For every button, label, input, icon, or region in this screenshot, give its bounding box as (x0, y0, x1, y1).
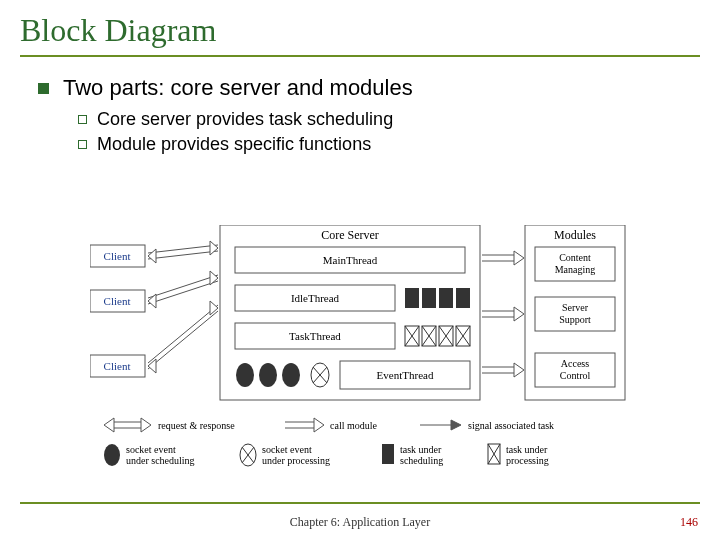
legend-task-proc: task underprocessing (488, 444, 549, 466)
svg-marker-39 (514, 251, 524, 265)
svg-marker-6 (210, 241, 218, 255)
svg-point-31 (236, 363, 254, 387)
legend-callmodule: call module (285, 418, 377, 432)
svg-rect-18 (456, 288, 470, 308)
legend-socket-sched: socket eventunder scheduling (104, 444, 195, 466)
module-label: ServerSupport (559, 302, 591, 325)
client-label: Client (104, 360, 131, 372)
callmodule-arrow-icon (482, 363, 524, 377)
svg-line-11 (148, 305, 218, 363)
idlethread-label: IdleThread (291, 292, 340, 304)
svg-marker-48 (104, 418, 114, 432)
block-diagram: Client Client Client Core Server (90, 225, 630, 485)
bullet-text: Two parts: core server and modules (63, 75, 413, 101)
client-box: Client (90, 245, 145, 267)
client-label: Client (104, 295, 131, 307)
svg-marker-10 (210, 271, 218, 285)
svg-line-12 (148, 311, 218, 369)
title-area: Block Diagram (20, 12, 700, 57)
svg-marker-45 (514, 363, 524, 377)
client-label: Client (104, 250, 131, 262)
bullet-level1: Two parts: core server and modules (38, 75, 700, 101)
legend-text: task underscheduling (400, 444, 443, 466)
taskthread-label: TaskThread (289, 330, 341, 342)
legend-task-sched: task underscheduling (382, 444, 443, 466)
svg-marker-49 (141, 418, 151, 432)
svg-rect-16 (422, 288, 436, 308)
svg-marker-54 (451, 420, 461, 430)
svg-line-7 (148, 275, 218, 298)
svg-marker-14 (210, 301, 218, 315)
socket-sched-icon (236, 363, 300, 387)
legend-text: call module (330, 420, 377, 431)
svg-point-32 (259, 363, 277, 387)
reqresp-arrow-icon (148, 271, 218, 308)
callmodule-arrow-icon (482, 251, 524, 265)
svg-rect-15 (405, 288, 419, 308)
bullet-level2: Module provides specific functions (78, 134, 700, 155)
svg-point-33 (282, 363, 300, 387)
legend-text: task underprocessing (506, 444, 549, 466)
bottom-rule (20, 502, 700, 504)
bullet-text: Core server provides task scheduling (97, 109, 393, 130)
reqresp-arrow-icon (148, 241, 218, 263)
svg-marker-5 (148, 249, 156, 263)
svg-marker-9 (148, 294, 156, 308)
bullet-text: Module provides specific functions (97, 134, 371, 155)
svg-rect-59 (382, 444, 394, 464)
legend-reqresp: request & response (104, 418, 235, 432)
svg-rect-17 (439, 288, 453, 308)
bullet-hollow-square-icon (78, 115, 87, 124)
client-box: Client (90, 355, 145, 377)
svg-marker-13 (148, 359, 156, 373)
legend-text: request & response (158, 420, 235, 431)
module-label: ContentManaging (555, 252, 596, 275)
footer-text: Chapter 6: Application Layer (0, 515, 720, 530)
module-label: AccessControl (560, 358, 591, 381)
callmodule-arrow-icon (482, 307, 524, 321)
bullet-square-icon (38, 83, 49, 94)
socket-proc-icon (311, 363, 329, 387)
reqresp-arrow-icon (148, 301, 218, 373)
svg-marker-52 (314, 418, 324, 432)
modules-label: Modules (554, 228, 596, 242)
eventthread-label: EventThread (377, 369, 434, 381)
client-box: Client (90, 290, 145, 312)
bullet-level2: Core server provides task scheduling (78, 109, 700, 130)
page-number: 146 (680, 515, 698, 530)
svg-point-55 (104, 444, 120, 466)
svg-marker-42 (514, 307, 524, 321)
mainthread-label: MainThread (323, 254, 378, 266)
legend-signal: signal associated task (420, 420, 554, 431)
slide: Block Diagram Two parts: core server and… (0, 0, 720, 540)
legend-socket-proc: socket eventunder processing (240, 444, 330, 466)
svg-line-8 (148, 281, 218, 304)
core-server-label: Core Server (321, 228, 379, 242)
legend-text: socket eventunder processing (262, 444, 330, 466)
legend-text: socket eventunder scheduling (126, 444, 195, 466)
bullet-hollow-square-icon (78, 140, 87, 149)
slide-title: Block Diagram (20, 12, 216, 48)
legend-text: signal associated task (468, 420, 554, 431)
